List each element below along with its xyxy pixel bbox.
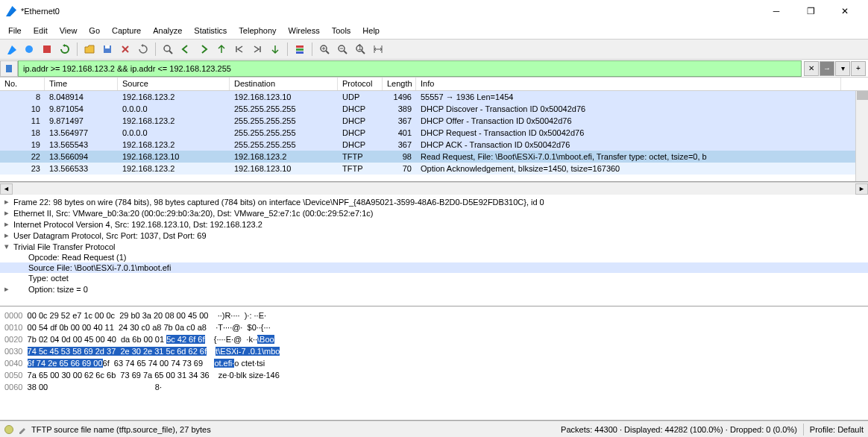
- start-capture-icon[interactable]: [3, 41, 19, 57]
- go-to-packet-icon[interactable]: [213, 41, 230, 57]
- menu-telephony[interactable]: Telephony: [233, 25, 281, 37]
- menu-statistics[interactable]: Statistics: [189, 25, 232, 37]
- close-file-icon[interactable]: [117, 41, 133, 57]
- maximize-button[interactable]: ❐: [793, 0, 828, 22]
- detail-line[interactable]: ▸Option: tsize = 0: [0, 283, 868, 295]
- detail-line[interactable]: ▸User Datagram Protocol, Src Port: 1037,…: [0, 230, 868, 241]
- column-header[interactable]: Destination: [230, 78, 338, 90]
- edit-icon[interactable]: [18, 425, 27, 434]
- colorize-icon[interactable]: [292, 41, 308, 57]
- menu-wireless[interactable]: Wireless: [283, 25, 325, 37]
- status-bar: TFTP source file name (tftp.source_file)…: [0, 421, 868, 437]
- zoom-out-icon[interactable]: [334, 41, 350, 57]
- vertical-scrollbar[interactable]: [855, 91, 868, 181]
- reload-icon[interactable]: [135, 41, 151, 57]
- svg-rect-10: [296, 51, 304, 54]
- minimize-button[interactable]: ─: [759, 0, 793, 22]
- status-field-info: TFTP source file name (tftp.source_file)…: [31, 425, 211, 434]
- svg-rect-24: [6, 65, 12, 72]
- packet-bytes-pane[interactable]: 0000 00 0c 29 52 e7 1c 00 0c 29 b0 3a 20…: [0, 306, 868, 421]
- hex-line[interactable]: 0050 7a 65 00 30 00 62 6c 6b 73 69 7a 65…: [4, 369, 864, 381]
- menu-help[interactable]: Help: [357, 25, 385, 37]
- svg-point-0: [25, 45, 33, 53]
- go-forward-icon[interactable]: [195, 41, 212, 57]
- detail-line[interactable]: Opcode: Read Request (1): [0, 252, 868, 262]
- save-file-icon[interactable]: [99, 41, 116, 57]
- column-header[interactable]: Protocol: [338, 78, 383, 90]
- menu-tools[interactable]: Tools: [327, 25, 356, 37]
- hex-line[interactable]: 0030 74 5c 45 53 58 69 2d 37 2e 30 2e 31…: [4, 345, 864, 357]
- status-packets: Packets: 44300 · Displayed: 44282 (100.0…: [561, 425, 797, 434]
- packet-list-header: No.TimeSourceDestinationProtocolLengthIn…: [0, 78, 868, 91]
- hex-line[interactable]: 0020 7b 02 04 0d 00 45 00 40 da 6b 00 01…: [4, 333, 864, 345]
- column-header[interactable]: Time: [45, 78, 118, 90]
- close-button[interactable]: ✕: [828, 0, 862, 22]
- add-filter-button[interactable]: +: [851, 61, 866, 76]
- detail-line[interactable]: ▸Internet Protocol Version 4, Src: 192.1…: [0, 218, 868, 230]
- svg-point-6: [164, 45, 170, 51]
- detail-line[interactable]: Source File: \Boot\ESXi-7.0.1\mboot.efi: [0, 262, 868, 273]
- filter-history-button[interactable]: ▾: [835, 61, 850, 76]
- display-filter-input[interactable]: [18, 60, 802, 77]
- menu-go[interactable]: Go: [84, 25, 105, 37]
- svg-line-16: [344, 51, 347, 54]
- zoom-in-icon[interactable]: [316, 41, 333, 57]
- svg-rect-3: [105, 45, 110, 48]
- hex-line[interactable]: 0060 38 00 8·: [4, 381, 864, 393]
- packet-row[interactable]: 88.048914192.168.123.2192.168.123.10UDP1…: [0, 91, 868, 103]
- detail-line[interactable]: Type: octet: [0, 273, 868, 283]
- expert-info-icon[interactable]: [4, 425, 13, 434]
- packet-row[interactable]: 2213.566094192.168.123.10192.168.123.2TF…: [0, 151, 868, 163]
- menu-view[interactable]: View: [54, 25, 83, 37]
- go-last-icon[interactable]: [249, 41, 265, 57]
- bookmark-filter-icon[interactable]: [0, 60, 18, 77]
- capture-options-icon[interactable]: [21, 41, 37, 57]
- svg-line-12: [326, 51, 329, 54]
- go-back-icon[interactable]: [177, 41, 194, 57]
- find-icon[interactable]: [160, 41, 176, 57]
- menu-file[interactable]: File: [3, 25, 27, 37]
- restart-capture-icon[interactable]: [57, 41, 73, 57]
- toolbar: 1: [0, 39, 868, 60]
- hex-line[interactable]: 0010 00 54 df 0b 00 00 40 11 24 30 c0 a8…: [4, 321, 864, 333]
- resize-columns-icon[interactable]: [370, 41, 386, 57]
- packet-row[interactable]: 1913.565543192.168.123.2255.255.255.255D…: [0, 139, 868, 151]
- go-first-icon[interactable]: [231, 41, 248, 57]
- hex-line[interactable]: 0000 00 0c 29 52 e7 1c 00 0c 29 b0 3a 20…: [4, 309, 864, 321]
- status-profile[interactable]: Profile: Default: [810, 425, 864, 434]
- packet-list-pane: No.TimeSourceDestinationProtocolLengthIn…: [0, 78, 868, 182]
- svg-text:1: 1: [358, 44, 362, 51]
- app-icon: [6, 6, 16, 16]
- packet-row[interactable]: 109.8710540.0.0.0255.255.255.255DHCP389D…: [0, 103, 868, 115]
- title-bar: *Ethernet0 ─ ❐ ✕: [0, 0, 868, 22]
- detail-line[interactable]: ▸Frame 22: 98 bytes on wire (784 bits), …: [0, 196, 868, 207]
- auto-scroll-icon[interactable]: [267, 41, 283, 57]
- packet-details-pane[interactable]: ▸Frame 22: 98 bytes on wire (784 bits), …: [0, 195, 868, 306]
- menu-capture[interactable]: Capture: [107, 25, 146, 37]
- column-header[interactable]: Info: [416, 78, 841, 90]
- apply-filter-button[interactable]: →: [820, 61, 834, 76]
- svg-rect-8: [296, 45, 304, 48]
- zoom-reset-icon[interactable]: 1: [352, 41, 368, 57]
- menu-analyze[interactable]: Analyze: [148, 25, 187, 37]
- packet-row[interactable]: 2313.566533192.168.123.2192.168.123.10TF…: [0, 163, 868, 175]
- detail-line[interactable]: ▾Trivial File Transfer Protocol: [0, 241, 868, 252]
- packet-row[interactable]: 1813.5649770.0.0.0255.255.255.255DHCP401…: [0, 127, 868, 139]
- filter-bar: ✕ → ▾ +: [0, 60, 868, 78]
- column-header[interactable]: Length: [383, 78, 416, 90]
- horizontal-scrollbar[interactable]: ◄►: [0, 182, 868, 195]
- open-file-icon[interactable]: [81, 41, 98, 57]
- detail-line[interactable]: ▸Ethernet II, Src: VMware_b0:3a:20 (00:0…: [0, 207, 868, 218]
- menu-bar: FileEditViewGoCaptureAnalyzeStatisticsTe…: [0, 22, 868, 39]
- svg-rect-9: [296, 48, 304, 51]
- clear-filter-button[interactable]: ✕: [804, 61, 819, 76]
- column-header[interactable]: No.: [0, 78, 45, 90]
- stop-capture-icon[interactable]: [39, 41, 55, 57]
- svg-rect-1: [43, 45, 51, 53]
- column-header[interactable]: Source: [118, 78, 230, 90]
- window-title: *Ethernet0: [21, 7, 60, 16]
- svg-line-7: [169, 51, 172, 54]
- hex-line[interactable]: 0040 6f 74 2e 65 66 69 006f 63 74 65 74 …: [4, 357, 864, 369]
- menu-edit[interactable]: Edit: [28, 25, 53, 37]
- packet-row[interactable]: 119.871497192.168.123.2255.255.255.255DH…: [0, 115, 868, 127]
